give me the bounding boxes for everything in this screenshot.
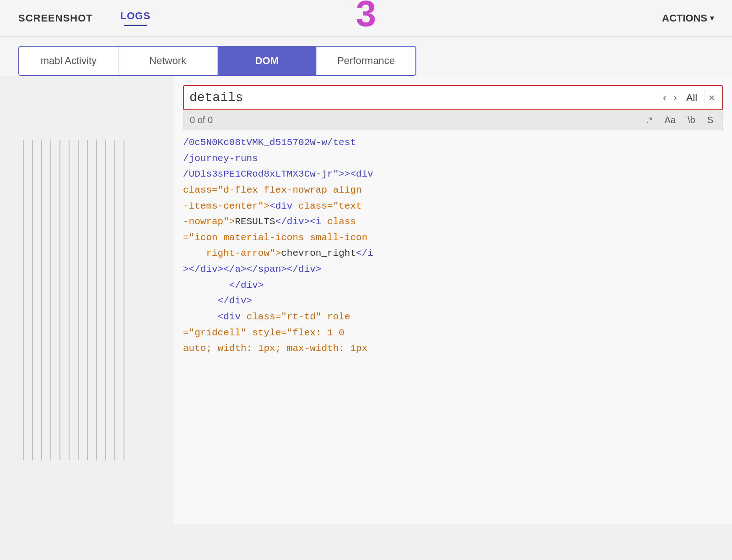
indent-line-4 — [50, 140, 51, 460]
indent-line-2 — [32, 140, 33, 460]
search-bar: ‹ › All × 0 of 0 .* — [183, 85, 723, 130]
dom-line-9: ></div></a></span></div> — [183, 262, 723, 278]
search-all-button[interactable]: All — [681, 90, 703, 106]
tab-network[interactable]: Network — [118, 47, 218, 75]
search-input[interactable] — [188, 88, 659, 108]
dom-line-3: /UDls3sPE1CRod8xLTMX3Cw-jr">><div — [183, 167, 723, 183]
tab-dom[interactable]: DOM — [218, 47, 317, 75]
actions-menu[interactable]: ACTIONS ▾ — [662, 12, 714, 24]
main-content: ‹ › All × 0 of 0 .* — [0, 76, 732, 524]
tab-mabl-activity[interactable]: mabl Activity — [19, 47, 118, 75]
dom-line-6: -nowrap">RESULTS</div><i class — [183, 214, 723, 230]
dom-line-2: /journey-runs — [183, 151, 723, 167]
search-next-button[interactable]: › — [670, 90, 680, 106]
dom-line-13: ="gridcell" style="flex: 1 0 — [183, 325, 723, 341]
logs-label: LOGS — [120, 10, 151, 22]
search-input-row: ‹ › All × — [183, 85, 723, 110]
indent-line-5 — [59, 140, 60, 460]
tab-bar: mabl Activity Network DOM Performance — [18, 46, 416, 76]
dom-content: /0c5N0Kc08tVMK_d515702W-w/test /journey-… — [183, 135, 723, 357]
dom-line-7: ="icon material-icons small-icon — [183, 230, 723, 246]
indent-line-7 — [78, 140, 79, 460]
search-word-button[interactable]: \b — [685, 114, 698, 126]
search-case-button[interactable]: Aa — [662, 114, 678, 126]
indent-line-9 — [96, 140, 97, 460]
search-close-button[interactable]: × — [705, 90, 718, 106]
indent-line-11 — [114, 140, 115, 460]
dom-line-14: auto; width: 1px; max-width: 1px — [183, 341, 723, 357]
indent-line-3 — [41, 140, 42, 460]
left-panel — [0, 76, 174, 524]
search-status: 0 of 0 — [190, 115, 644, 125]
search-s-button[interactable]: S — [705, 114, 716, 126]
indent-line-8 — [87, 140, 88, 460]
dom-line-11: </div> — [183, 293, 723, 309]
right-panel: ‹ › All × 0 of 0 .* — [174, 76, 732, 524]
indent-line-6 — [69, 140, 70, 460]
dom-line-12: <div class="rt-td" role — [183, 309, 723, 325]
dom-line-10: </div> — [183, 278, 723, 294]
search-prev-button[interactable]: ‹ — [659, 90, 670, 106]
tab-performance[interactable]: Performance — [317, 47, 415, 75]
notification-badge: 3 — [356, 0, 377, 32]
top-bar: SCREENSHOT LOGS 3 ACTIONS ▾ — [0, 0, 732, 37]
actions-caret-icon: ▾ — [710, 14, 714, 22]
indent-line-12 — [124, 140, 124, 460]
dom-line-4: class="d-flex flex-nowrap align — [183, 183, 723, 199]
search-status-row: 0 of 0 .* Aa \b S — [183, 110, 723, 130]
indent-tree — [0, 85, 174, 460]
search-options: .* Aa \b S — [644, 114, 716, 126]
dom-line-8: right-arrow">chevron_right</i — [183, 246, 723, 262]
actions-label: ACTIONS — [662, 12, 707, 24]
logs-underline — [124, 25, 147, 26]
tab-bar-wrapper: mabl Activity Network DOM Performance — [0, 37, 732, 76]
search-regex-button[interactable]: .* — [644, 114, 655, 126]
screenshot-label: SCREENSHOT — [18, 12, 93, 24]
dom-line-1: /0c5N0Kc08tVMK_d515702W-w/test — [183, 135, 723, 151]
dom-line-5: -items-center"><div class="text — [183, 199, 723, 215]
indent-line-10 — [105, 140, 106, 460]
indent-line-1 — [23, 140, 24, 460]
logs-tab[interactable]: LOGS — [120, 10, 151, 26]
